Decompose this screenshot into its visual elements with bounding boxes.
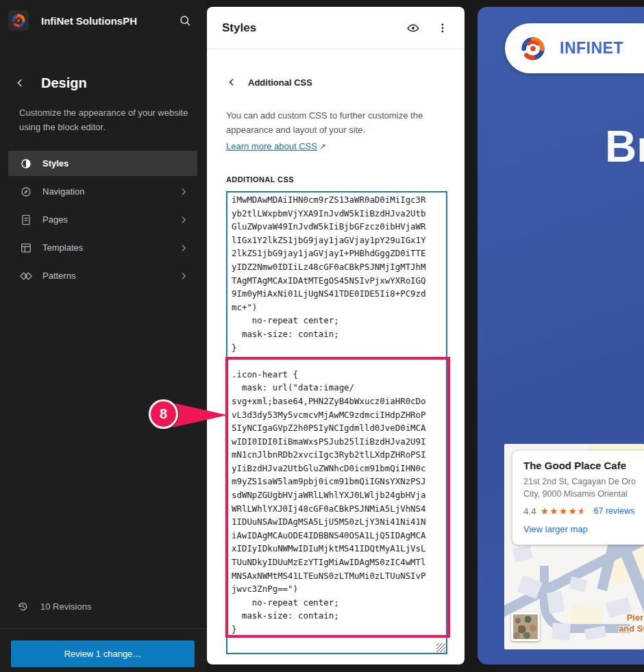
patterns-icon [19, 269, 33, 283]
brand-name: INFINET [560, 39, 623, 58]
site-header-brand[interactable]: INFINET [505, 23, 644, 73]
site-title: InfiNet SolutionsPH [41, 15, 175, 27]
learn-more-row: Learn more about CSS↗ [226, 141, 326, 151]
external-link-icon: ↗ [319, 142, 326, 151]
map-building [547, 591, 565, 614]
additional-css-field-label: ADDITIONAL CSS [226, 175, 294, 184]
learn-more-link[interactable]: Learn more about CSS [226, 141, 317, 151]
textarea-resize-handle[interactable] [436, 643, 445, 652]
sidebar-item-label: Templates [42, 242, 178, 253]
google-map-embed[interactable]: The Good Place Cafe 21st 2nd St, Cagayan… [504, 444, 644, 649]
map-building [512, 545, 533, 562]
sidebar-item-templates[interactable]: Templates [8, 235, 197, 260]
annotation-step-badge: 8 [149, 399, 178, 429]
sidebar-item-patterns[interactable]: Patterns [8, 263, 197, 288]
css-code-block-1: iMwMDAwMDAiIHN0cm9rZS13aWR0aD0iMiIgc3R y… [232, 193, 442, 354]
sidebar-divider [0, 628, 206, 629]
pages-icon [19, 213, 33, 227]
sidebar-description: Customize the appearance of your website… [19, 106, 192, 134]
infinet-logo-icon [517, 33, 549, 64]
place-name: The Good Place Cafe [523, 460, 640, 471]
reviews-link[interactable]: 67 reviews [594, 506, 635, 516]
kebab-menu-icon [436, 21, 449, 35]
map-poi-label[interactable]: Pierre Cafe and Study Hub [606, 612, 644, 635]
back-button[interactable] [11, 74, 29, 92]
search-icon [178, 14, 192, 27]
styles-panel: Styles Additional CSS You can add custom… [207, 7, 465, 664]
chevron-right-icon [178, 214, 189, 225]
rating-value: 4.4 [523, 506, 536, 517]
additional-css-title: Additional CSS [248, 77, 312, 88]
back-to-styles-button[interactable] [223, 74, 240, 90]
sidebar-item-label: Pages [42, 214, 178, 225]
styles-panel-header: Styles [207, 7, 465, 49]
chevron-right-icon [178, 186, 189, 197]
styles-icon [19, 157, 33, 171]
history-icon [16, 600, 29, 613]
sidebar-item-label: Styles [42, 158, 189, 169]
annotation-arrow [171, 400, 227, 430]
eye-icon [406, 21, 421, 36]
sidebar-item-styles[interactable]: Styles [8, 151, 197, 176]
street-view-thumbnail[interactable] [511, 612, 540, 641]
additional-css-header: Additional CSS [223, 74, 312, 90]
place-address: 21st 2nd St, Cagayan De Oro City, 9000 M… [523, 475, 640, 500]
chevron-left-icon [226, 77, 237, 88]
map-place-card: The Good Place Cafe 21st 2nd St, Cagayan… [512, 451, 644, 545]
star-rating-icon: ★★★★★★ [541, 506, 587, 517]
revisions-label: 10 Revisions [40, 601, 91, 612]
chevron-left-icon [14, 77, 26, 89]
sidebar-item-pages[interactable]: Pages [8, 207, 197, 232]
navigation-icon [19, 185, 33, 199]
map-building [552, 623, 571, 640]
templates-icon [19, 241, 33, 255]
site-preview-frame: INFINET Br The Good Place Cafe 21st 2nd … [478, 7, 644, 664]
chevron-right-icon [178, 242, 189, 253]
sidebar-item-navigation[interactable]: Navigation [8, 179, 197, 204]
panel-title: Styles [222, 21, 403, 35]
view-larger-map-link[interactable]: View larger map [523, 524, 588, 534]
css-code-block-2: .icon-heart { mask: url("data:image/ svg… [232, 368, 442, 636]
site-editor-sidebar: InfiNet SolutionsPH Design Customize the… [0, 0, 206, 672]
preview-styles-button[interactable] [403, 18, 423, 38]
sidebar-item-label: Navigation [42, 186, 178, 197]
sidebar-item-label: Patterns [42, 271, 178, 281]
section-title: Design [41, 75, 87, 91]
search-button[interactable] [175, 11, 195, 30]
design-menu: Styles Navigation Pages [8, 151, 197, 288]
css-description: You can add custom CSS to further custom… [226, 108, 432, 138]
sidebar-header: InfiNet SolutionsPH [0, 0, 206, 41]
hero-heading: Br [605, 122, 644, 171]
site-logo[interactable] [8, 10, 29, 31]
review-changes-button[interactable]: Review 1 change… [11, 640, 195, 667]
additional-css-textarea[interactable]: iMwMDAwMDAiIHN0cm9rZS13aWR0aD0iMiIgc3R y… [226, 191, 447, 654]
rating-row: 4.4 ★★★★★★ 67 reviews [523, 506, 640, 517]
options-menu-button[interactable] [433, 18, 452, 38]
revisions-row[interactable]: 10 Revisions [16, 600, 91, 613]
design-back-row: Design [11, 74, 87, 92]
chevron-right-icon [178, 271, 189, 282]
infinet-logo-icon [10, 12, 27, 29]
